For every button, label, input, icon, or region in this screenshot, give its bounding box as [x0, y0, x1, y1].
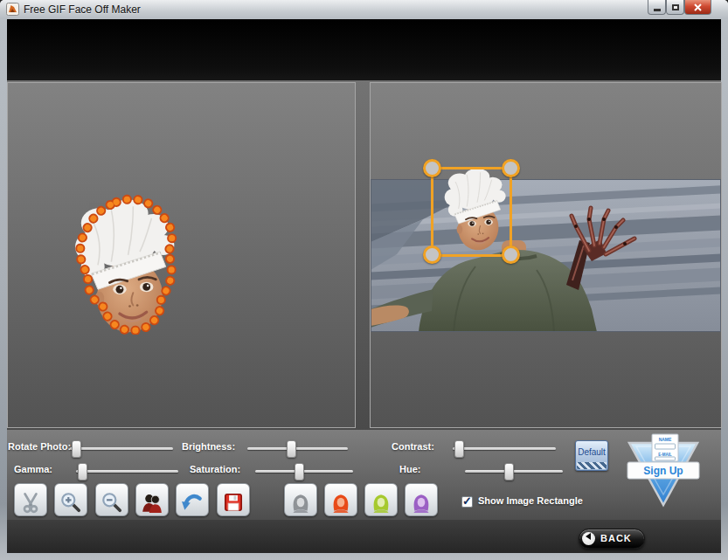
orange-lady-icon: [329, 491, 352, 514]
slider-thumb[interactable]: [454, 440, 464, 458]
titlebar[interactable]: Free GIF Face Off Maker: [0, 0, 728, 19]
scissors-icon: [19, 491, 42, 514]
default-button[interactable]: Default: [575, 440, 608, 471]
app-window: Free GIF Face Off Maker: [0, 0, 728, 560]
contrast-label: Contrast:: [392, 441, 434, 452]
undo-icon: [181, 491, 204, 514]
slider-track[interactable]: [76, 470, 178, 473]
resize-handle-top-right[interactable]: [502, 159, 520, 177]
undo-button[interactable]: [176, 483, 209, 516]
slider-track[interactable]: [453, 447, 556, 450]
minimize-icon: [654, 9, 661, 11]
slider-track[interactable]: [70, 447, 173, 450]
zoom-out-button[interactable]: [95, 483, 128, 516]
maximize-button[interactable]: [666, 0, 684, 15]
zoom-out-icon: [101, 491, 123, 514]
zoom-in-button[interactable]: [54, 483, 87, 516]
purple-lady-icon: [410, 491, 433, 514]
slider-thumb[interactable]: [78, 463, 87, 480]
signup-badge[interactable]: NAME E-MAIL Sign Up: [627, 433, 700, 510]
resize-handle-bottom-right[interactable]: [502, 245, 520, 264]
brightness-slider[interactable]: [247, 440, 348, 458]
cut-button[interactable]: [14, 483, 47, 516]
window-title: Free GIF Face Off Maker: [24, 3, 141, 16]
back-label: BACK: [600, 533, 632, 543]
close-button[interactable]: [684, 0, 711, 15]
hue-slider[interactable]: [465, 463, 563, 480]
maximize-icon: [672, 4, 679, 10]
signup-label: Sign Up: [643, 465, 683, 477]
svg-text:E-MAIL: E-MAIL: [658, 453, 672, 457]
saturation-slider[interactable]: [255, 463, 353, 480]
slider-thumb[interactable]: [72, 440, 81, 458]
resize-handle-top-left[interactable]: [423, 159, 441, 177]
saturation-label: Saturation:: [190, 464, 240, 474]
close-icon: [694, 3, 702, 11]
swap-faces-button[interactable]: [135, 483, 169, 516]
gray-face-style-button[interactable]: [284, 483, 317, 516]
svg-text:NAME: NAME: [659, 437, 672, 442]
back-button[interactable]: BACK: [579, 529, 645, 549]
slider-thumb[interactable]: [295, 463, 304, 480]
slider-thumb[interactable]: [287, 440, 296, 458]
signup-form-icon: NAME E-MAIL: [652, 434, 678, 461]
resize-handle-bottom-left[interactable]: [423, 245, 441, 264]
rotate-photo-label: Rotate Photo:: [8, 441, 71, 452]
bottom-bar: BACK: [7, 520, 721, 553]
save-floppy-icon: [222, 491, 245, 514]
hue-label: Hue:: [399, 464, 420, 474]
rotate-photo-slider[interactable]: [70, 440, 173, 458]
slider-track[interactable]: [255, 470, 353, 473]
save-button[interactable]: [217, 483, 250, 516]
back-arrow-icon: [582, 533, 591, 540]
face-selection-rectangle[interactable]: [431, 167, 512, 257]
adjustment-panel: Rotate Photo: Brightness: Contrast: Gamm…: [7, 430, 721, 520]
show-image-rectangle-checkbox[interactable]: [461, 496, 473, 508]
faces-icon: [141, 491, 163, 514]
slider-track[interactable]: [465, 470, 563, 473]
show-image-rectangle-label: Show Image Rectangle: [478, 495, 583, 506]
zoom-in-icon: [59, 491, 82, 514]
green-lady-icon: [370, 491, 392, 514]
app-icon: [6, 3, 19, 16]
gamma-label: Gamma:: [14, 464, 52, 474]
purple-face-style-button[interactable]: [405, 483, 438, 516]
brightness-label: Brightness:: [182, 441, 235, 452]
gray-lady-icon: [289, 491, 312, 514]
orange-face-style-button[interactable]: [324, 483, 357, 516]
contrast-slider[interactable]: [453, 440, 556, 458]
minimize-button[interactable]: [648, 0, 666, 15]
gamma-slider[interactable]: [76, 463, 178, 480]
slider-track[interactable]: [247, 447, 348, 450]
slider-thumb[interactable]: [504, 463, 514, 480]
cutout-face-image[interactable]: [56, 193, 182, 335]
green-face-style-button[interactable]: [364, 483, 398, 516]
ad-banner: [7, 19, 721, 81]
